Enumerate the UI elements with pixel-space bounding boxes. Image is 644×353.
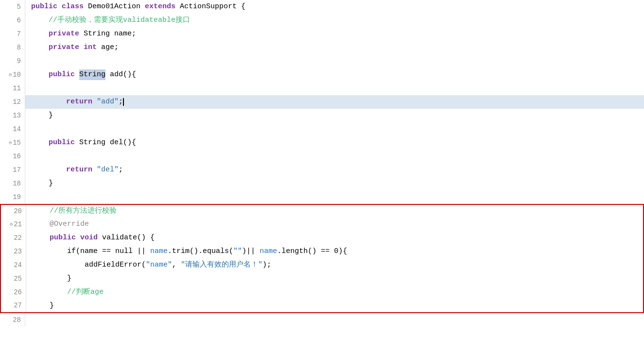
table-row: 27 } (0, 300, 644, 314)
line-content: private int age; (29, 41, 644, 54)
line-number: 28 (0, 313, 25, 327)
line-number: 5 (0, 0, 25, 14)
table-row: 17 return "del"; (0, 163, 644, 177)
line-number: 12 (0, 95, 25, 109)
line-number: 9 (0, 54, 25, 68)
code-token: private (49, 42, 84, 53)
code-token: age; (101, 42, 119, 53)
line-content: return "del"; (29, 163, 644, 177)
code-token: String (79, 69, 105, 81)
table-row: 9 (0, 54, 644, 68)
line-number: 11 (0, 82, 25, 95)
table-row: 20 //所有方法进行校验 (0, 204, 644, 218)
code-editor: 5public class Demo01Action extends Actio… (0, 0, 644, 353)
code-token: return (66, 165, 97, 176)
line-number: 24 (1, 259, 26, 272)
line-content: } (30, 300, 643, 313)
line-content: public String add(){ (29, 68, 644, 82)
line-content: } (29, 109, 644, 122)
code-token: "" (233, 246, 242, 257)
line-number: 17 (0, 163, 25, 177)
code-token: )|| (242, 246, 260, 257)
line-content (29, 122, 644, 136)
code-token: void (80, 233, 102, 244)
code-token (31, 15, 49, 26)
line-content: public void validate() { (30, 232, 643, 245)
code-token (32, 219, 50, 230)
line-content (29, 313, 644, 327)
code-token: , (172, 260, 181, 271)
text-cursor (123, 98, 124, 106)
table-row: 11 (0, 82, 644, 95)
code-token: } (32, 301, 54, 312)
code-token: "del" (97, 165, 119, 176)
code-token (31, 137, 49, 149)
line-number: ⊖10 (0, 68, 25, 82)
code-token: validate() { (102, 233, 155, 244)
line-number: 8 (0, 41, 25, 54)
table-row: 24 addFieldError("name", "请输入有效的用户名！"); (0, 259, 644, 272)
code-token: } (31, 178, 53, 189)
table-row: 23 if(name == null || name.trim().equals… (0, 245, 644, 259)
code-token (31, 97, 66, 108)
line-number: 27 (1, 300, 26, 313)
code-token: ActionSupport { (180, 1, 245, 13)
table-row: 7 private String name; (0, 27, 644, 41)
table-row: 28 (0, 313, 644, 327)
line-content (29, 82, 644, 95)
code-token: String del(){ (79, 137, 136, 149)
code-token: //手动校验，需要实现validateable接口 (49, 15, 190, 26)
line-number: 7 (0, 27, 25, 41)
code-token: String name; (84, 29, 136, 40)
code-token: addFieldError( (32, 260, 146, 271)
line-content: private String name; (29, 27, 644, 41)
code-token (32, 206, 50, 217)
line-number: 26 (1, 286, 26, 300)
code-token: //判断age (67, 287, 104, 298)
line-number: 14 (0, 122, 25, 136)
table-row: 25 } (0, 272, 644, 286)
code-token (31, 29, 49, 40)
table-row: 8 private int age; (0, 41, 644, 54)
code-token: //所有方法进行校验 (50, 206, 117, 217)
line-number: 25 (1, 272, 26, 286)
line-content: @Override (30, 218, 643, 232)
line-content (29, 54, 644, 68)
code-token: "add" (97, 97, 119, 108)
table-row: 18 } (0, 177, 644, 190)
line-number: 6 (0, 14, 25, 27)
line-content: return "add"; (29, 95, 644, 109)
code-token: int (84, 42, 101, 53)
table-row: 26 //判断age (0, 286, 644, 300)
code-token: return (66, 97, 97, 108)
line-number: 20 (1, 205, 26, 218)
code-token: public (31, 1, 62, 13)
line-content: //手动校验，需要实现validateable接口 (29, 14, 644, 27)
code-token (31, 165, 66, 176)
table-row: 12 return "add"; (0, 95, 644, 109)
table-row: ⊖15 public String del(){ (0, 136, 644, 150)
code-token: name (260, 246, 277, 257)
code-token: } (32, 273, 71, 285)
line-content (29, 150, 644, 163)
code-token: name (150, 246, 168, 257)
code-token: if(name == null || (32, 246, 150, 257)
code-token: ); (262, 260, 271, 271)
line-content: //所有方法进行校验 (30, 205, 643, 218)
code-token: @Override (50, 219, 89, 230)
code-token: } (31, 110, 53, 121)
code-token: .trim().equals( (168, 246, 233, 257)
code-token: public (50, 233, 80, 244)
table-row: 22 public void validate() { (0, 232, 644, 245)
table-row: 14 (0, 122, 644, 136)
table-row: ⊖21 @Override (0, 218, 644, 232)
table-row: 16 (0, 150, 644, 163)
line-content (29, 190, 644, 204)
code-token (31, 42, 49, 53)
line-number: ⊖15 (0, 136, 25, 150)
code-token (32, 287, 67, 298)
line-content: public class Demo01Action extends Action… (29, 0, 644, 14)
line-content: addFieldError("name", "请输入有效的用户名！"); (30, 259, 643, 272)
line-number: 16 (0, 150, 25, 163)
table-row: 13 } (0, 109, 644, 122)
